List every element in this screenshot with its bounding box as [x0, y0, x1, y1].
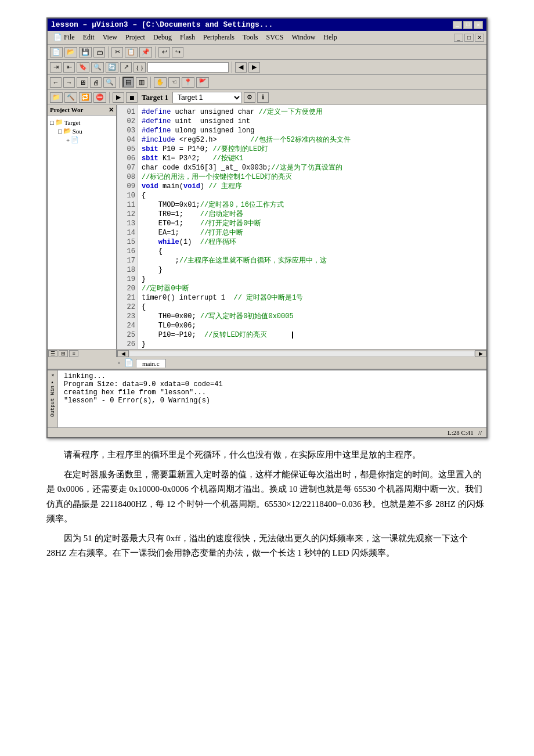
code-line-3: #define ulong unsigned long [142, 126, 483, 135]
layout2-btn[interactable]: ▥ [136, 77, 147, 88]
menu-peripherals[interactable]: Peripherals [200, 32, 238, 43]
code-line-28: } [142, 340, 483, 349]
find-btn[interactable]: 🔍 [91, 62, 104, 73]
menu-svcs[interactable]: SVCS [262, 32, 287, 43]
desc-para-3-text: 因为 51 的定时器最大只有 0xff，溢出的速度很快，无法做出更久的闪烁频率来… [46, 534, 468, 558]
code-line-19: ;//主程序在这里就不断自循环，实际应用中，这 [142, 256, 483, 265]
debug-start-btn[interactable]: ▶ [113, 92, 124, 103]
target-options-btn[interactable]: ⚙ [244, 92, 255, 103]
flag-btn[interactable]: 🚩 [196, 77, 209, 88]
menu-view[interactable]: View [99, 32, 121, 43]
scroll-left[interactable]: ◀ [117, 350, 129, 357]
grid-view-btn[interactable]: ⊞ [59, 350, 68, 357]
menu-file[interactable]: 📄 File [50, 32, 78, 43]
copy-btn[interactable]: 📋 [125, 47, 138, 57]
undo-btn[interactable]: ↩ [158, 47, 170, 57]
zoom-btn[interactable]: 🔍 [103, 77, 116, 88]
expand-icon: □ [50, 119, 54, 126]
outdent-btn[interactable]: ⇤ [63, 62, 75, 73]
code-editor[interactable]: #define uchar unsigned char //定义一下方便使用 #… [138, 105, 486, 349]
code-line-10: //标记的用法，用一个按键控制1个LED灯的亮灭 [142, 172, 483, 182]
back-btn[interactable]: ← [50, 77, 62, 88]
open-btn[interactable]: 📂 [64, 47, 77, 57]
goto-btn[interactable]: ↗ [120, 62, 132, 73]
select-btn[interactable]: ☜ [168, 77, 180, 88]
rebuild-btn[interactable]: 🔁 [79, 92, 92, 103]
search-prev-btn[interactable]: ◀ [235, 62, 247, 73]
folder-child-icon: 📂 [63, 127, 71, 135]
menu-window[interactable]: Window [288, 32, 319, 43]
menu-close[interactable]: ✕ [475, 34, 484, 42]
tree-subchild[interactable]: + 📄 [50, 135, 114, 144]
menu-project[interactable]: Project [122, 32, 149, 43]
save-all-btn[interactable]: 🗃 [93, 47, 105, 57]
save-btn[interactable]: 💾 [79, 47, 92, 57]
menu-restore[interactable]: □ [464, 34, 474, 42]
target-info-btn[interactable]: ℹ [257, 92, 269, 103]
ide-window: lesson – µVision3 – [C:\Documents and Se… [46, 17, 488, 438]
print-btn[interactable]: 🖨 [90, 77, 102, 88]
target-select[interactable]: Target 1 [172, 92, 242, 103]
indent-btn[interactable]: ⇥ [50, 62, 62, 73]
scroll-track[interactable] [129, 351, 475, 357]
search-next-btn[interactable]: ▶ [248, 62, 260, 73]
desc-para-1-text: 请看程序，主程序里的循环里是个死循环，什么也没有做，在实际应用中这里是放的主程序… [64, 450, 421, 459]
status-text: L:28 C:41 [448, 429, 474, 436]
code-line-15: ET0=1; //打开定时器0中断 [142, 219, 483, 228]
desc-para-2-text: 在定时器服务函数里，需要重新置入定时器的值，这样才能保证每次溢出时，都是你指定的… [46, 470, 484, 524]
scroll-right[interactable]: ▶ [475, 350, 486, 357]
search-input[interactable] [147, 62, 229, 73]
debug-stop-btn[interactable]: ⏹ [126, 92, 138, 103]
code-line-17: while(1) //程序循环 [142, 237, 483, 247]
code-line-9: char code dx516[3] _at_ 0x003b;//这是为了仿真设… [142, 163, 483, 172]
status-separator: // [478, 429, 482, 436]
pin-btn[interactable]: 📍 [182, 77, 194, 88]
code-line-12: { [142, 191, 483, 200]
detail-view-btn[interactable]: ≡ [69, 350, 78, 357]
project-btn[interactable]: 📁 [50, 92, 63, 103]
menu-help[interactable]: Help [320, 32, 340, 43]
forward-btn[interactable]: → [63, 77, 75, 88]
code-line-27: P10=~P10; //反转LED灯的亮灭 [142, 330, 483, 340]
list-view-btn[interactable]: ☰ [48, 350, 57, 357]
desc-para-3: 因为 51 的定时器最大只有 0xff，溢出的速度很快，无法做出更久的闪烁频率来… [46, 531, 488, 561]
desc-para-2: 在定时器服务函数里，需要重新置入定时器的值，这样才能保证每次溢出时，都是你指定的… [46, 467, 488, 527]
minimize-button[interactable]: _ [453, 21, 462, 29]
paste-btn[interactable]: 📌 [139, 47, 152, 57]
menu-debug[interactable]: Debug [150, 32, 175, 43]
output-line-4: "lesson" - 0 Error(s), 0 Warning(s) [64, 397, 483, 405]
code-panel[interactable]: 0102030405 0607080910 1112131415 1617181… [117, 105, 486, 349]
tree-child-label: Sou [73, 128, 82, 135]
output-label-x: × [50, 372, 56, 377]
view1-btn[interactable]: 🖥 [77, 77, 88, 88]
close-button[interactable]: ✕ [474, 21, 483, 29]
hand-btn[interactable]: ✋ [154, 77, 167, 88]
project-panel-close[interactable]: ✕ [109, 106, 114, 114]
build-btn[interactable]: 🔨 [64, 92, 77, 103]
cut-btn[interactable]: ✂ [111, 47, 123, 57]
bookmark-btn[interactable]: 🔖 [77, 62, 89, 73]
layout1-btn[interactable]: ▤ [122, 77, 134, 88]
redo-btn[interactable]: ↪ [172, 47, 183, 57]
tab-main-c[interactable]: main.c [136, 359, 166, 368]
maximize-button[interactable]: □ [463, 21, 472, 29]
menu-edit[interactable]: Edit [80, 32, 98, 43]
code-line-7: sbit K1= P3^2; //按键K1 [142, 154, 483, 163]
menu-minimize[interactable]: _ [454, 34, 463, 42]
project-panel-header: Project Wor ✕ [48, 105, 116, 116]
sep6 [109, 92, 110, 103]
project-panel-title: Project Wor [50, 106, 83, 114]
code-line-25: TH0=0x00; //写入定时器0初始值0x0005 [142, 312, 483, 321]
match-btn[interactable]: { } [134, 62, 146, 73]
folder-icon: 📁 [55, 118, 63, 126]
h-scrollbar[interactable]: ◀ ▶ [117, 350, 486, 357]
menu-tools[interactable]: Tools [239, 32, 262, 43]
stop-btn[interactable]: ⛔ [93, 92, 106, 103]
menu-flash[interactable]: Flash [176, 32, 199, 43]
tab-bar: 📄 main.c [48, 357, 486, 369]
replace-btn[interactable]: 🔄 [106, 62, 118, 73]
ide-main: Project Wor ✕ □ 📁 Target □ 📂 Sou + 📄 [48, 105, 486, 349]
tree-child[interactable]: □ 📂 Sou [50, 127, 114, 135]
new-btn[interactable]: 📄 [50, 47, 63, 57]
tree-root[interactable]: □ 📁 Target [50, 118, 114, 127]
